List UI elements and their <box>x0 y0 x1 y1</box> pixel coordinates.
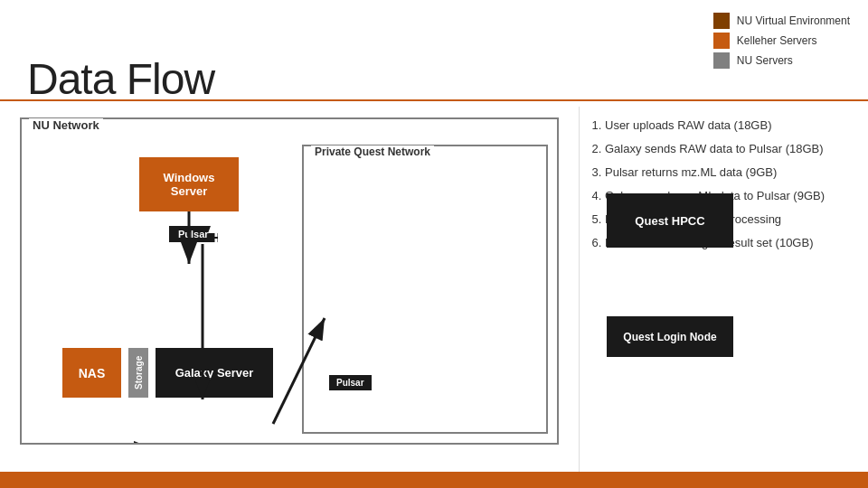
storage-label: Storage <box>128 348 148 398</box>
quest-login-label: Quest Login Node <box>623 331 716 343</box>
page-title: Data Flow <box>27 54 214 104</box>
legend-label-nu-servers: NU Servers <box>737 54 793 67</box>
step-item: Galaxy sends RAW data to Pulsar (18GB) <box>605 139 850 159</box>
legend-item-nu-virtual: NU Virtual Environment <box>713 13 850 29</box>
legend: NU Virtual Environment Kelleher Servers … <box>713 13 850 69</box>
quest-hpcc-box: Quest HPCC <box>607 193 733 248</box>
nas-box: NAS <box>62 348 121 398</box>
bottom-bar <box>0 472 868 488</box>
nas-label: NAS <box>79 366 106 380</box>
nu-network-label: NU Network <box>29 118 103 132</box>
nu-network-box: NU Network Private Quest Network Quest H… <box>20 117 559 445</box>
pulsar-top-label: Pulsar <box>169 226 218 242</box>
pulsar-small-label: Pulsar <box>329 375 372 390</box>
right-panel: User uploads RAW data (18GB)Galaxy sends… <box>579 107 868 472</box>
quest-hpcc-label: Quest HPCC <box>635 214 704 228</box>
step-item: User uploads RAW data (18GB) <box>605 116 850 136</box>
quest-login-box: Quest Login Node <box>607 316 733 357</box>
private-net-label: Private Quest Network <box>311 145 434 158</box>
step-item: Pulsar returns mz.ML data (9GB) <box>605 163 850 183</box>
private-quest-network-box: Private Quest Network Quest HPCC Quest L… <box>302 145 548 434</box>
windows-server-box: WindowsServer <box>139 157 239 211</box>
galaxy-server-label: Galaxy Server <box>175 366 254 380</box>
legend-label-kelleher: Kelleher Servers <box>737 34 817 47</box>
legend-color-nu-servers <box>713 52 730 69</box>
legend-color-kelleher <box>713 33 730 49</box>
legend-item-nu-servers: NU Servers <box>713 52 850 69</box>
main-content: NU Network Private Quest Network Quest H… <box>0 107 868 472</box>
legend-label-nu-virtual: NU Virtual Environment <box>737 14 850 27</box>
legend-item-kelleher: Kelleher Servers <box>713 33 850 49</box>
windows-server-label: WindowsServer <box>164 171 215 198</box>
diagram-area: NU Network Private Quest Network Quest H… <box>0 107 579 472</box>
legend-color-nu-virtual <box>713 13 730 29</box>
galaxy-server-box: Galaxy Server <box>156 348 273 398</box>
